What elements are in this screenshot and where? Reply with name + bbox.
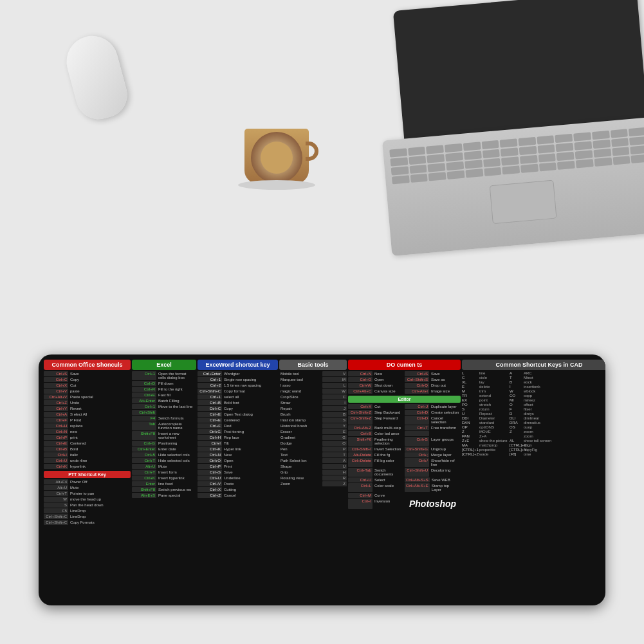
header-documents: DO cumen ts — [348, 360, 461, 370]
header-office: Common Office Shonculs — [44, 360, 131, 370]
header-excel: Excel — [132, 360, 196, 370]
desktop: Common Office Shonculs Excel ExceWord sh… — [0, 0, 644, 644]
tools-column: Mobile toolV Marquee toolM l assoL magic… — [279, 371, 347, 525]
header-row: Common Office Shonculs Excel ExceWord sh… — [44, 360, 600, 370]
laptop-keyboard — [382, 117, 644, 256]
documents-column: Ctrl+NNew Ctrl+SSave Ctrl+OOpen Ctrl+Shi… — [348, 371, 461, 525]
office-column: Ctrl+SSave Ctrl+CCopy Ctrl+XCut Ctrl+Vpa… — [44, 371, 131, 525]
photoshop-label: Photoshop — [409, 499, 456, 509]
laptop — [374, 0, 644, 225]
cad-column: LlineAARC CcicleTMtext XLlayBeock Edelet… — [462, 371, 600, 525]
coffee-cup — [238, 129, 315, 206]
header-cad: Common Shortcut Keys in CAD — [462, 360, 605, 370]
header-tools: Basic tools — [279, 360, 347, 370]
content-area: Ctrl+SSave Ctrl+CCopy Ctrl+XCut Ctrl+Vpa… — [44, 371, 600, 525]
editor-label: Editor — [348, 396, 461, 403]
ptt-label: PTT Shortcut Key — [44, 471, 131, 478]
excel-column: Ctrl+1Open the format cells dialog box C… — [132, 371, 196, 525]
mouse — [61, 30, 133, 124]
mousepad: Common Office Shonculs Excel ExceWord sh… — [39, 354, 605, 605]
header-exceword: ExceWord shortcut key — [198, 360, 278, 370]
exceword-column: Ctrl+EnterWordgter Ctrl+1Single row spac… — [198, 371, 278, 525]
